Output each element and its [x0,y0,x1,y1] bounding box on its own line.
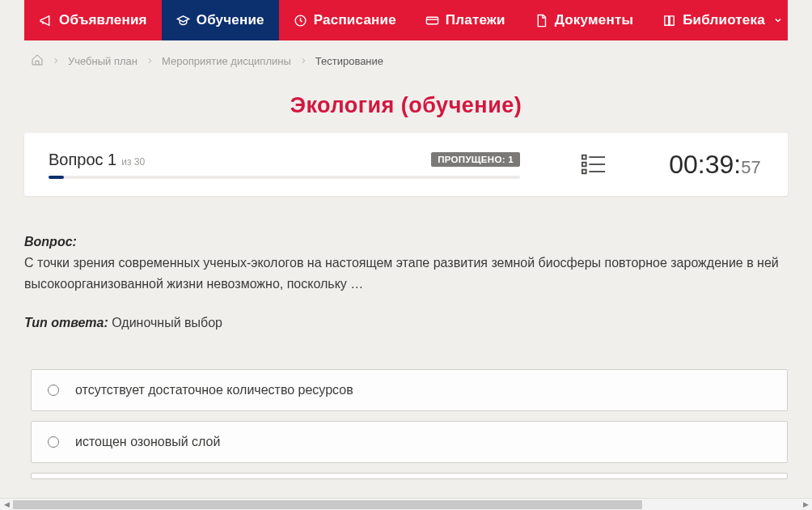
option-radio[interactable] [48,385,59,396]
answer-type-label: Тип ответа: [24,316,108,329]
question-counter: Вопрос 1 из 30 [49,151,145,169]
crumb-testing: Тестирование [315,55,383,67]
megaphone-icon [39,14,53,28]
breadcrumb-sep [299,55,307,67]
status-left: Вопрос 1 из 30 ПРОПУЩЕНО: 1 [24,151,544,179]
clock-icon [294,14,307,28]
horizontal-scrollbar[interactable]: ◀ ▶ [0,498,812,510]
scroll-thumb[interactable] [13,500,642,509]
option-text: истощен озоновый слой [75,435,220,449]
card-icon [425,14,439,28]
progress-fill [49,176,64,179]
question-label: Вопрос: [24,235,77,249]
answer-type-value: Одиночный выбор [108,316,222,329]
nav-documents[interactable]: Документы [520,0,648,40]
option-radio[interactable] [48,436,59,448]
option-row[interactable]: отсутствует достаточное количество ресур… [31,369,788,411]
page-title: Экология (обучение) [0,75,812,133]
timer-sec: 57 [741,157,760,178]
chevron-down-icon [773,15,783,25]
timer: 00:39:57 [642,150,788,180]
option-row[interactable]: истощен озоновый слой [31,421,788,463]
grad-cap-icon [176,14,190,28]
nav-schedule[interactable]: Расписание [279,0,411,40]
scroll-left-arrow[interactable]: ◀ [0,499,13,510]
svg-rect-6 [582,170,586,174]
scroll-track[interactable] [13,499,799,510]
option-row-partial [31,473,788,479]
timer-hm: 00:39: [669,150,741,180]
svg-rect-4 [582,163,586,167]
home-icon[interactable] [31,53,44,69]
nav-label: Платежи [446,12,505,28]
nav-announcements[interactable]: Объявления [24,0,162,40]
nav-payments[interactable]: Платежи [411,0,520,40]
nav-label: Документы [555,12,633,28]
nav-label: Объявления [59,12,147,28]
nav-library[interactable]: Библиотека [648,0,797,40]
book-icon [662,14,676,28]
question-block: Вопрос: С точки зрения современных учены… [0,196,812,303]
status-card: Вопрос 1 из 30 ПРОПУЩЕНО: 1 00:39:57 [24,133,788,196]
skipped-badge: ПРОПУЩЕНО: 1 [431,152,520,167]
top-nav: Объявления Обучение Расписание Платежи Д… [24,0,788,40]
progress-bar [49,176,520,179]
doc-icon [535,14,548,28]
options-list: отсутствует достаточное количество ресур… [0,338,812,479]
question-text: С точки зрения современных ученых-эколог… [24,256,779,291]
svg-rect-1 [426,17,438,24]
breadcrumb: Учебный план Мероприятие дисциплины Тест… [0,40,812,75]
list-grid-icon [582,153,606,176]
scroll-right-arrow[interactable]: ▶ [799,499,812,510]
option-text: отсутствует достаточное количество ресур… [75,383,353,397]
nav-learning[interactable]: Обучение [162,0,279,40]
questions-grid-button[interactable] [545,153,642,176]
breadcrumb-sep [52,55,60,67]
answer-type-block: Тип ответа: Одиночный выбор [0,303,812,338]
nav-label: Расписание [314,12,396,28]
nav-label: Библиотека [683,12,765,28]
crumb-plan[interactable]: Учебный план [68,55,137,67]
crumb-event[interactable]: Мероприятие дисциплины [162,55,291,67]
breadcrumb-sep [146,55,154,67]
nav-label: Обучение [197,12,264,28]
svg-rect-2 [582,155,586,159]
